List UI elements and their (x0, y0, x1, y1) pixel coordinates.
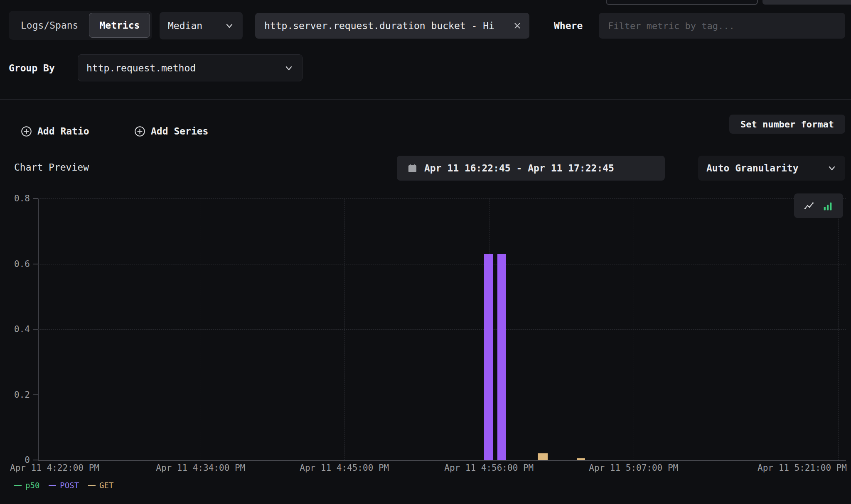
add-series-label: Add Series (151, 126, 208, 137)
x-axis-tick-label: Apr 11 4:22:00 PM (10, 463, 99, 473)
filter-by-tag-input[interactable] (599, 13, 845, 39)
group-by-dropdown[interactable]: http.request.method (78, 54, 303, 81)
legend-dash-icon (49, 485, 56, 486)
y-axis-tick-label: 0.2 (0, 389, 30, 400)
y-axis-tick (33, 460, 38, 460)
x-axis-tick-label: Apr 11 5:21:00 PM (758, 463, 847, 473)
x-axis-line (38, 460, 846, 461)
y-axis-tick (33, 329, 38, 330)
source-toggle: Logs/Spans Metrics (9, 11, 152, 40)
chevron-down-icon (827, 163, 837, 173)
chart-preview-title: Chart Preview (14, 162, 89, 173)
aggregation-dropdown[interactable]: Median (160, 12, 243, 39)
partial-button-top[interactable] (762, 0, 851, 5)
bar-post[interactable] (497, 254, 506, 460)
group-by-value: http.request.method (86, 63, 196, 73)
metric-pill[interactable]: http.server.request.duration_bucket - Hi (255, 13, 529, 39)
gridline-horizontal (38, 329, 846, 330)
legend-dash-icon (14, 485, 22, 486)
bar-chart-icon[interactable] (820, 198, 835, 213)
gridline-horizontal (38, 198, 846, 199)
legend-item-post[interactable]: POST (49, 481, 79, 490)
calendar-icon (408, 164, 417, 173)
gridline-vertical (201, 198, 201, 460)
bar-post[interactable] (484, 254, 493, 460)
legend-item-p50[interactable]: p50 (14, 481, 39, 490)
plus-circle-icon (134, 126, 145, 137)
granularity-dropdown[interactable]: Auto Granularity (698, 156, 845, 181)
add-ratio-label: Add Ratio (37, 126, 89, 137)
y-axis-tick (33, 264, 38, 264)
metric-label: http.server.request.duration_bucket - Hi (264, 20, 507, 31)
legend-item-get[interactable]: GET (88, 481, 113, 490)
group-by-label: Group By (9, 54, 55, 81)
x-axis-tick-label: Apr 11 4:34:00 PM (156, 463, 245, 473)
page: Logs/Spans Metrics Median http.server.re… (0, 0, 851, 504)
y-axis-tick-label: 0.8 (0, 193, 30, 204)
time-range-picker[interactable]: Apr 11 16:22:45 - Apr 11 17:22:45 (397, 156, 665, 181)
legend-label: p50 (25, 481, 39, 490)
aggregation-value: Median (168, 20, 202, 31)
toggle-logs-spans[interactable]: Logs/Spans (11, 13, 88, 38)
gridline-vertical (838, 198, 839, 460)
where-label: Where (554, 13, 583, 39)
x-axis-tick-label: Apr 11 5:07:00 PM (589, 463, 678, 473)
y-axis-tick (33, 198, 38, 199)
gridline-horizontal (38, 395, 846, 395)
plot-area (38, 198, 846, 460)
toggle-metrics[interactable]: Metrics (89, 13, 150, 38)
chart-legend: p50POSTGET (14, 481, 113, 490)
time-range-value: Apr 11 16:22:45 - Apr 11 17:22:45 (424, 163, 614, 174)
gridline-horizontal (38, 264, 846, 264)
section-divider (0, 99, 851, 100)
x-axis-tick-label: Apr 11 4:45:00 PM (300, 463, 389, 473)
gridline-vertical (344, 198, 345, 460)
chevron-down-icon (224, 21, 234, 31)
partial-input-top[interactable] (606, 0, 758, 5)
bar-get[interactable] (538, 453, 548, 460)
add-series-button[interactable]: Add Series (134, 122, 208, 140)
chevron-down-icon (284, 63, 294, 73)
y-axis-tick (33, 394, 38, 395)
close-icon[interactable] (513, 21, 522, 30)
x-axis-tick-label: Apr 11 4:56:00 PM (444, 463, 534, 473)
legend-label: GET (99, 481, 113, 490)
plus-circle-icon (21, 126, 32, 137)
line-chart-icon[interactable] (802, 198, 817, 213)
legend-dash-icon (88, 485, 96, 486)
x-axis-labels: Apr 11 4:22:00 PMApr 11 4:34:00 PMApr 11… (0, 463, 851, 475)
legend-label: POST (60, 481, 79, 490)
gridline-vertical (634, 198, 634, 460)
set-number-format-button[interactable]: Set number format (729, 115, 845, 134)
chart-type-toggle (794, 193, 843, 218)
y-axis-tick-label: 0.6 (0, 259, 30, 269)
add-ratio-button[interactable]: Add Ratio (21, 122, 89, 140)
granularity-value: Auto Granularity (706, 163, 799, 174)
y-axis-tick-label: 0.4 (0, 324, 30, 335)
